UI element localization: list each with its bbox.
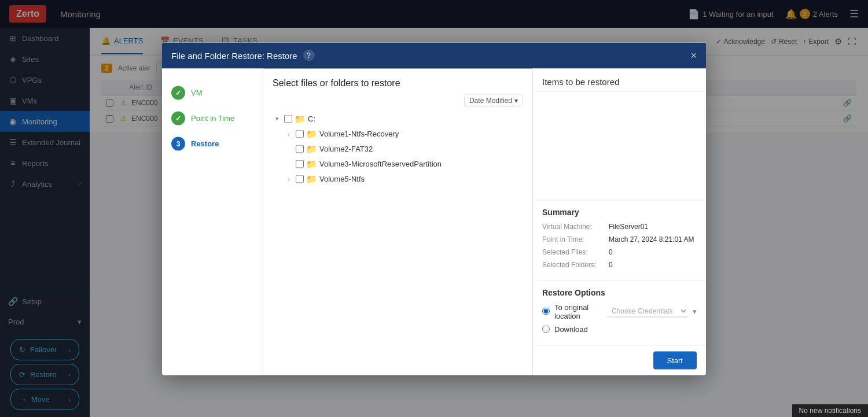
folder-icon: 📁	[295, 113, 306, 124]
notification-bar: No new notifications	[792, 404, 868, 417]
summary-row-vm: Virtual Machine: FileServer01	[542, 222, 697, 230]
file-name[interactable]: Volume5-Ntfs	[319, 175, 365, 183]
wizard-step-point-in-time[interactable]: ✓ Point in Time	[162, 105, 263, 131]
modal-title: File and Folder Restore: Restore	[171, 50, 297, 60]
file-browser-header: Date Modified ▾	[273, 94, 523, 106]
list-item: ▾ 📁 C:	[273, 111, 523, 126]
help-button[interactable]: ?	[303, 50, 315, 61]
folder-icon: 📁	[306, 143, 317, 154]
file-name[interactable]: Volume2-FAT32	[319, 145, 373, 153]
summary-row-files: Selected Files: 0	[542, 248, 697, 256]
step-circle-restore: 3	[171, 136, 185, 150]
list-item: › 📁 Volume2-FAT32	[273, 141, 523, 156]
list-item: › 📁 Volume3-MicrosoftReservedPartition	[273, 156, 523, 171]
modal-header-left: File and Folder Restore: Restore ?	[171, 50, 315, 61]
step-label-restore: Restore	[191, 139, 219, 148]
expand-icon[interactable]: ▾	[273, 115, 282, 123]
summary-title: Summary	[542, 207, 697, 216]
folder-icon: 📁	[306, 128, 317, 139]
file-browser: Select files or folders to restore Date …	[263, 68, 532, 375]
close-button[interactable]: ×	[690, 49, 697, 61]
notification-text: No new notifications	[799, 407, 861, 415]
start-button[interactable]: Start	[653, 351, 697, 369]
list-item: › 📁 Volume1-Ntfs-Recovery	[273, 126, 523, 141]
step-circle-vm: ✓	[171, 86, 185, 99]
file-name[interactable]: Volume3-MicrosoftReservedPartition	[319, 160, 442, 168]
folder-icon: 📁	[306, 158, 317, 169]
modal: File and Folder Restore: Restore ? × ✓ V…	[162, 42, 706, 375]
modal-footer: Start	[533, 345, 706, 375]
summary-value: FileServer01	[609, 222, 648, 230]
restore-options-section: Restore Options To original location Cho…	[533, 280, 706, 345]
step-circle-pit: ✓	[171, 111, 185, 125]
file-checkbox[interactable]	[296, 175, 304, 183]
file-checkbox[interactable]	[296, 130, 304, 138]
wizard-panel: ✓ VM ✓ Point in Time 3 Restore	[162, 68, 263, 375]
file-tree: ▾ 📁 C: › 📁 Volume1-Ntfs-Recovery › 📁	[273, 111, 523, 366]
step-label-vm: VM	[191, 88, 203, 97]
restore-items-area	[533, 91, 706, 200]
summary-value: March 27, 2024 8:21:01 AM	[609, 235, 694, 243]
restore-options-title: Restore Options	[542, 287, 697, 297]
sort-arrow-icon: ▾	[514, 96, 518, 104]
file-name[interactable]: C:	[308, 115, 315, 123]
step-label-pit: Point in Time	[191, 114, 234, 123]
file-name[interactable]: Volume1-Ntfs-Recovery	[319, 130, 399, 138]
restore-option-original-label: To original location	[554, 302, 602, 320]
restore-panel: Items to be restored Summary Virtual Mac…	[532, 68, 706, 375]
modal-header: File and Folder Restore: Restore ? ×	[162, 42, 706, 68]
summary-label: Selected Folders:	[542, 260, 609, 268]
summary-value: 0	[609, 248, 613, 256]
file-checkbox[interactable]	[296, 145, 304, 153]
restore-panel-title: Items to be restored	[533, 68, 706, 91]
summary-row-folders: Selected Folders: 0	[542, 260, 697, 268]
credentials-select[interactable]: Choose Credentials	[607, 305, 688, 318]
expand-icon[interactable]: ›	[284, 130, 293, 137]
restore-option-download-label: Download	[554, 324, 588, 333]
file-checkbox[interactable]	[296, 160, 304, 168]
expand-icon[interactable]: ›	[284, 175, 293, 182]
modal-body: ✓ VM ✓ Point in Time 3 Restore Select fi…	[162, 68, 706, 375]
folder-icon: 📁	[306, 174, 317, 184]
file-checkbox[interactable]	[284, 115, 292, 123]
file-browser-title: Select files or folders to restore	[273, 78, 523, 88]
radio-original[interactable]	[542, 308, 550, 315]
summary-row-pit: Point in Time: March 27, 2024 8:21:01 AM	[542, 235, 697, 243]
wizard-step-restore[interactable]: 3 Restore	[162, 131, 263, 156]
radio-download[interactable]	[542, 325, 550, 333]
credentials-chevron-icon: ▾	[693, 307, 697, 316]
summary-section: Summary Virtual Machine: FileServer01 Po…	[533, 200, 706, 280]
restore-option-download[interactable]: Download	[542, 324, 697, 333]
wizard-step-vm[interactable]: ✓ VM	[162, 80, 263, 105]
sort-label: Date Modified	[469, 96, 512, 104]
date-modified-sort[interactable]: Date Modified ▾	[464, 94, 523, 106]
list-item: › 📁 Volume5-Ntfs	[273, 171, 523, 186]
summary-value: 0	[609, 260, 613, 268]
summary-label: Selected Files:	[542, 248, 609, 256]
summary-label: Point in Time:	[542, 235, 609, 243]
restore-option-original[interactable]: To original location Choose Credentials …	[542, 302, 697, 320]
summary-label: Virtual Machine:	[542, 222, 609, 230]
